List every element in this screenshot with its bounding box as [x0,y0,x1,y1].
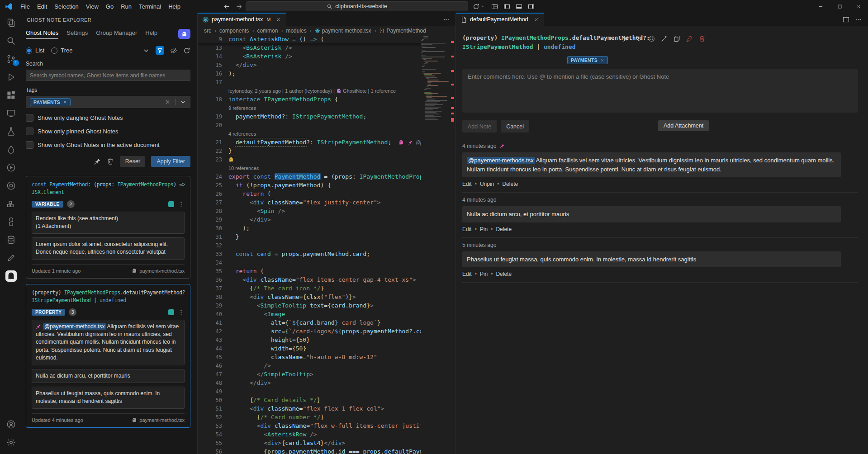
toggle-panel-icon[interactable] [516,3,522,10]
code-line[interactable]: 53 <div className="flex w-full items-cen… [198,421,421,430]
breadcrumb-payment-method-tsx[interactable]: payment-method.tsx [315,28,371,34]
sidebar-tab-help[interactable]: Help [145,29,157,39]
code-line[interactable]: 27 <div className="flex justify-center"> [198,198,421,207]
pin-icon[interactable] [94,158,101,165]
close-tab-icon[interactable] [533,17,539,23]
sidebar-tab-settings[interactable]: Settings [66,29,88,39]
code-line[interactable]: 50 {/* Card details */} [198,396,421,404]
wand-icon[interactable] [661,35,668,42]
comment-action-pin[interactable]: Pin [480,271,488,277]
smiley-icon[interactable] [648,35,655,42]
activity-item-extensions[interactable] [0,86,22,104]
code-line[interactable]: 48 </div> [198,378,421,387]
code-line[interactable]: 36 <div className="flex items-center gap… [198,275,421,284]
chevron-down-icon[interactable] [180,99,186,105]
breadcrumb-components[interactable]: components [219,28,249,34]
activity-item-remote-explorer[interactable] [0,104,22,122]
refresh-icon[interactable] [183,47,190,54]
code-line[interactable]: 37 {/* The card icon */} [198,284,421,293]
code-line[interactable]: 46 /> [198,361,421,370]
customize-layout-icon[interactable] [491,3,498,10]
view-mode-list[interactable]: List [26,47,44,54]
breadcrumb-src[interactable]: src [204,28,211,34]
breadcrumb-paymentmethod[interactable]: PaymentMethod [379,28,426,34]
code-line[interactable]: 43 height={50} [198,336,421,344]
activity-item-containers[interactable] [0,194,22,213]
chevron-down-icon[interactable] [142,47,150,54]
activity-item-search[interactable] [0,32,22,50]
brush-icon[interactable] [686,35,693,42]
activity-item-accounts[interactable] [0,415,22,433]
menu-go[interactable]: Go [102,2,117,11]
toggle-secondary-sidebar-icon[interactable] [528,3,535,10]
maximize-button[interactable] [830,0,849,13]
add-note-button[interactable]: Add Note [462,120,497,132]
activity-item-testing[interactable] [0,122,22,140]
activity-item-water-drop[interactable] [0,140,22,158]
code-line[interactable]: 51 <div className="flex flex-1 flex-col"… [198,404,421,413]
code-line[interactable]: 54 <AsteriskRow /> [198,430,421,439]
menu-selection[interactable]: Selection [51,2,82,11]
code-line[interactable]: 55 <div>{card.last4}</div> [198,439,421,447]
filter-checkbox-show-only-pinned-ghost-notes[interactable]: Show only pinned Ghost Notes [26,128,190,135]
menu-help[interactable]: Help [165,2,184,11]
code-line[interactable]: 56 {props.paymentMethod.id === props.def… [198,447,421,454]
code-line[interactable]: 44 width={50} [198,344,421,353]
code-line[interactable]: 23 [198,155,421,164]
close-tab-icon[interactable] [275,17,281,23]
close-window-button[interactable] [849,0,868,13]
comment-action-delete[interactable]: Delete [496,226,512,232]
split-editor-icon[interactable] [843,16,849,23]
code-line[interactable]: 26 return ( [198,189,421,198]
code-pane[interactable]: 9 const AsteriskRow = () => ( 13 <BsAste… [198,35,421,454]
code-line[interactable]: 40 <Image [198,310,421,318]
activity-item-python[interactable] [0,213,22,231]
forward-icon[interactable] [236,3,242,10]
activity-item-ghost-note[interactable] [0,267,22,285]
note-preview[interactable]: Lorem ipsum dolor sit amet, consectetur … [32,237,185,260]
code-line[interactable]: 13 <BsAsterisk /> [198,43,421,52]
filter-button[interactable] [156,46,164,55]
filter-checkbox-show-only-ghost-notes-in-the-active-document[interactable]: Show only Ghost Notes in the active docu… [26,141,190,149]
clear-tags-icon[interactable] [164,99,171,105]
code-line[interactable]: 18interface IPaymentMethodProps { [198,95,421,104]
comment-action-edit[interactable]: Edit [462,181,472,187]
comment-input[interactable] [462,69,858,113]
sidebar-tab-group-manager[interactable]: Group Manager [96,29,137,39]
comment-body[interactable]: Phasellus ut feugiat massa, quis commodo… [462,251,841,268]
ghost-note-logo-button[interactable] [178,29,190,39]
code-line[interactable]: 28 <Spin /> [198,207,421,215]
filter-checkbox-show-only-dangling-ghost-notes[interactable]: Show only dangling Ghost Notes [26,114,190,122]
code-line[interactable]: 25 if (!props.paymentMethod) { [198,181,421,189]
comment-action-delete[interactable]: Delete [502,181,518,187]
activity-item-run-and-debug[interactable] [0,68,22,86]
comment-action-pin[interactable]: Pin [480,226,488,232]
toggle-sidebar-icon[interactable] [503,3,510,10]
activity-item-manage[interactable] [0,433,22,451]
comment-body[interactable]: @payement-methods.tsxAliquam facilisis v… [462,152,841,177]
code-line[interactable]: 35 return ( [198,267,421,275]
eye-off-icon[interactable] [170,47,177,54]
code-line[interactable]: 29 </div> [198,215,421,224]
code-line[interactable]: 32 [198,241,421,250]
note-preview[interactable]: @payement-methods.tsxAliquam facilisis v… [32,320,185,365]
kebab-menu-icon[interactable] [178,201,185,208]
comment-action-edit[interactable]: Edit [462,271,472,277]
breadcrumb-common[interactable]: common [257,28,278,34]
activity-item-source-control[interactable]: 1 [0,50,22,68]
search-input[interactable] [26,70,190,81]
pin-icon[interactable] [623,35,630,42]
code-line[interactable]: 31 } [198,232,421,241]
reset-button[interactable]: Reset [120,156,146,167]
note-preview[interactable]: Renders like this (see attachment) (1 At… [32,212,185,234]
more-actions-icon[interactable] [443,16,450,23]
codelens-line[interactable]: 10 references [198,164,421,172]
codelens-line[interactable]: leytonoday, 2 years ago | 1 author (leyt… [198,86,421,95]
code-line[interactable]: 39 <SimpleTooltip text={card.brand}> [198,301,421,310]
note-preview[interactable]: Nulla ac dictum arcu, et porttitor mauri… [32,369,185,383]
more-actions-icon[interactable] [855,16,862,23]
activity-item-target[interactable] [0,176,22,194]
command-center[interactable]: clipboard-tts-website [246,1,468,11]
remove-tag-icon[interactable] [600,58,604,62]
menu-run[interactable]: Run [117,2,135,11]
